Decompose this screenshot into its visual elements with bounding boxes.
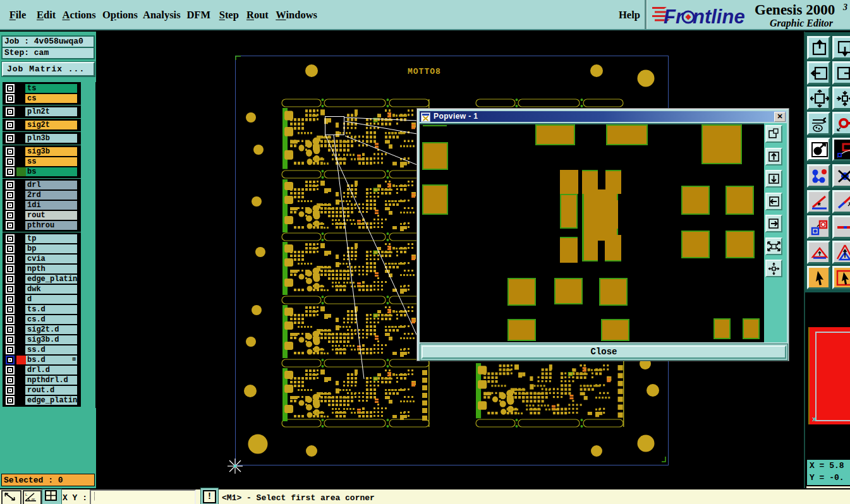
svg-text:ntline: ntline	[693, 6, 745, 28]
svg-text:oc: oc	[32, 497, 35, 501]
svg-text:Fr: Fr	[664, 6, 684, 28]
svg-text:L: L	[25, 493, 28, 496]
svg-text:MOTTO8: MOTTO8	[408, 67, 441, 76]
